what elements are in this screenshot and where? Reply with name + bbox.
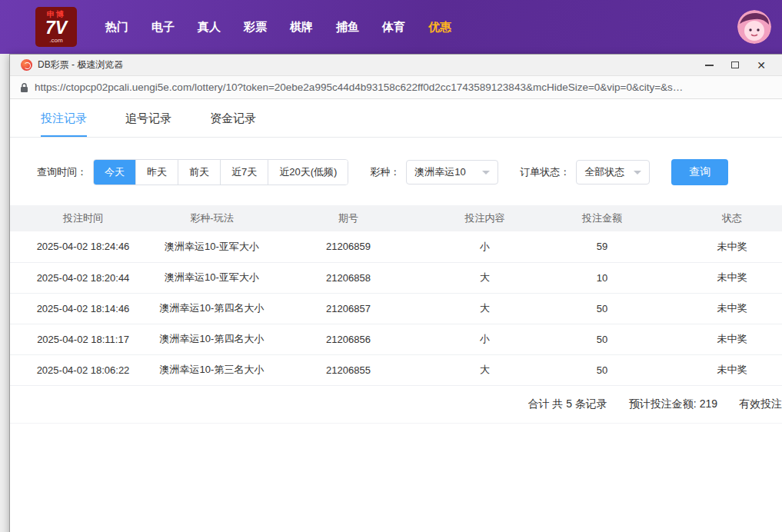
cell-bet-amount: 50 [541, 293, 664, 324]
address-bar[interactable]: https://ctopcp02pcali.uengi5e.com/lotter… [10, 76, 782, 99]
lottery-select[interactable]: 澳洲幸运10 [406, 160, 498, 185]
status-select[interactable]: 全部状态 [576, 160, 650, 185]
col-header-bet-content: 投注内容 [429, 205, 541, 231]
record-tabs: 投注记录 追号记录 资金记录 [10, 99, 782, 138]
cell-bet-content: 小 [429, 324, 541, 354]
close-button[interactable]: ✕ [748, 55, 774, 75]
window-controls: ✕ [696, 55, 774, 75]
minimize-button[interactable] [696, 55, 722, 75]
nav-item-fishing[interactable]: 捕鱼 [324, 12, 371, 42]
time-option-today[interactable]: 今天 [94, 160, 135, 185]
brand-logo-sub: .com [49, 38, 62, 44]
summary-total: 合计 共 5 条记录 [527, 397, 607, 411]
cell-status: 未中奖 [664, 231, 782, 262]
col-header-status: 状态 [664, 205, 782, 231]
cell-status: 未中奖 [664, 293, 782, 324]
table-row: 2025-04-02 18:11:17 澳洲幸运10-第四名大小 2120685… [10, 324, 782, 354]
cell-issue: 21206857 [268, 293, 429, 324]
table-header-row: 投注时间 彩种-玩法 期号 投注内容 投注金额 状态 [10, 205, 782, 231]
cell-issue: 21206855 [268, 354, 429, 385]
col-header-bet-amount: 投注金额 [541, 205, 664, 231]
cell-status: 未中奖 [664, 262, 782, 293]
cell-bet-time: 2025-04-02 18:06:22 [10, 354, 156, 385]
lock-icon [20, 82, 28, 93]
tab-chase-records[interactable]: 追号记录 [125, 111, 171, 137]
table-row: 2025-04-02 18:20:44 澳洲幸运10-亚军大小 21206858… [10, 262, 782, 293]
lottery-page: 投注记录 追号记录 资金记录 查询时间： 今天 昨天 前天 近7天 近20天(低… [10, 99, 782, 532]
nav-item-slots[interactable]: 电子 [140, 12, 186, 42]
brand-logo-top: 申博 [47, 11, 65, 18]
maximize-icon [731, 62, 739, 68]
table-row: 2025-04-02 18:14:46 澳洲幸运10-第四名大小 2120685… [10, 293, 782, 324]
nav-item-sports[interactable]: 体育 [371, 12, 417, 42]
window-titlebar[interactable]: DB彩票 - 极速浏览器 ✕ [10, 55, 782, 76]
nav-item-cards[interactable]: 棋牌 [278, 12, 324, 42]
time-option-7days[interactable]: 近7天 [220, 160, 268, 185]
lottery-select-label: 彩种： [370, 165, 400, 179]
cell-bet-content: 大 [429, 354, 541, 385]
cell-bet-amount: 50 [541, 354, 664, 385]
time-option-daybefore[interactable]: 前天 [178, 160, 220, 185]
desktop-background: DB彩票 - 极速浏览器 ✕ https://ctopcp02pcali.uen… [0, 54, 782, 532]
lottery-select-value: 澳洲幸运10 [414, 165, 465, 179]
avatar-image [737, 10, 771, 44]
cell-bet-time: 2025-04-02 18:20:44 [10, 262, 156, 293]
cell-bet-amount: 10 [541, 262, 664, 293]
user-avatar[interactable] [737, 10, 771, 44]
summary-expected-amount: 预计投注金额: 219 [629, 397, 717, 411]
cell-bet-content: 大 [429, 262, 541, 293]
filter-bar: 查询时间： 今天 昨天 前天 近7天 近20天(低频) 彩种： 澳洲幸运10 订… [37, 159, 782, 185]
cell-status: 未中奖 [664, 354, 782, 385]
cell-status: 未中奖 [664, 324, 782, 354]
chevron-down-icon [482, 171, 490, 178]
col-header-lottery-play: 彩种-玩法 [156, 205, 268, 231]
nav-item-hot[interactable]: 热门 [94, 12, 140, 42]
cell-lottery-play: 澳洲幸运10-亚军大小 [156, 262, 268, 293]
col-header-bet-time: 投注时间 [10, 205, 156, 231]
cell-issue: 21206858 [268, 262, 429, 293]
url-text[interactable]: https://ctopcp02pcali.uengi5e.com/lotter… [35, 81, 683, 93]
col-header-issue: 期号 [268, 205, 429, 231]
cell-issue: 21206856 [268, 324, 429, 354]
site-navbar: 申博 7V .com 热门 电子 真人 彩票 棋牌 捕鱼 体育 优惠 [0, 0, 782, 54]
cell-bet-time: 2025-04-02 18:11:17 [10, 324, 156, 354]
cell-bet-time: 2025-04-02 18:24:46 [10, 231, 156, 262]
nav-item-lottery[interactable]: 彩票 [232, 12, 278, 42]
cell-issue: 21206859 [268, 231, 429, 262]
bet-records-table: 投注时间 彩种-玩法 期号 投注内容 投注金额 状态 2025-04-02 18… [10, 205, 782, 386]
tab-fund-records[interactable]: 资金记录 [210, 111, 256, 137]
time-filter-group: 今天 昨天 前天 近7天 近20天(低频) [93, 159, 348, 185]
summary-valid-bet: 有效投注 [739, 397, 782, 411]
maximize-button[interactable] [722, 55, 748, 75]
status-select-value: 全部状态 [584, 165, 624, 179]
search-button[interactable]: 查询 [671, 159, 728, 185]
chevron-down-icon [634, 171, 641, 178]
nav-item-promo[interactable]: 优惠 [417, 12, 463, 42]
cell-bet-content: 大 [429, 293, 541, 324]
window-title: DB彩票 - 极速浏览器 [38, 58, 123, 71]
cell-lottery-play: 澳洲幸运10-第三名大小 [156, 354, 268, 385]
browser-app-icon [21, 59, 32, 71]
cell-lottery-play: 澳洲幸运10-第四名大小 [156, 324, 268, 354]
time-option-yesterday[interactable]: 昨天 [135, 160, 178, 185]
cell-bet-content: 小 [429, 231, 541, 262]
status-select-label: 订单状态： [520, 165, 570, 179]
time-filter-label: 查询时间： [37, 165, 87, 179]
cell-lottery-play: 澳洲幸运10-亚军大小 [156, 231, 268, 262]
cell-lottery-play: 澳洲幸运10-第四名大小 [156, 293, 268, 324]
main-nav: 热门 电子 真人 彩票 棋牌 捕鱼 体育 优惠 [94, 12, 463, 42]
cell-bet-time: 2025-04-02 18:14:46 [10, 293, 156, 324]
table-row: 2025-04-02 18:06:22 澳洲幸运10-第三名大小 2120685… [10, 354, 782, 385]
time-option-20days[interactable]: 近20天(低频) [268, 160, 348, 185]
table-summary: 合计 共 5 条记录 预计投注金额: 219 有效投注 [10, 386, 782, 424]
table-row: 2025-04-02 18:24:46 澳洲幸运10-亚军大小 21206859… [10, 231, 782, 262]
close-icon: ✕ [757, 59, 766, 71]
cell-bet-amount: 59 [541, 231, 664, 262]
tab-bet-records[interactable]: 投注记录 [41, 111, 87, 137]
browser-window: DB彩票 - 极速浏览器 ✕ https://ctopcp02pcali.uen… [9, 54, 782, 532]
nav-item-live[interactable]: 真人 [186, 12, 232, 42]
brand-logo[interactable]: 申博 7V .com [35, 7, 77, 47]
cell-bet-amount: 50 [541, 324, 664, 354]
minimize-icon [705, 65, 714, 66]
brand-logo-main: 7V [45, 19, 67, 37]
